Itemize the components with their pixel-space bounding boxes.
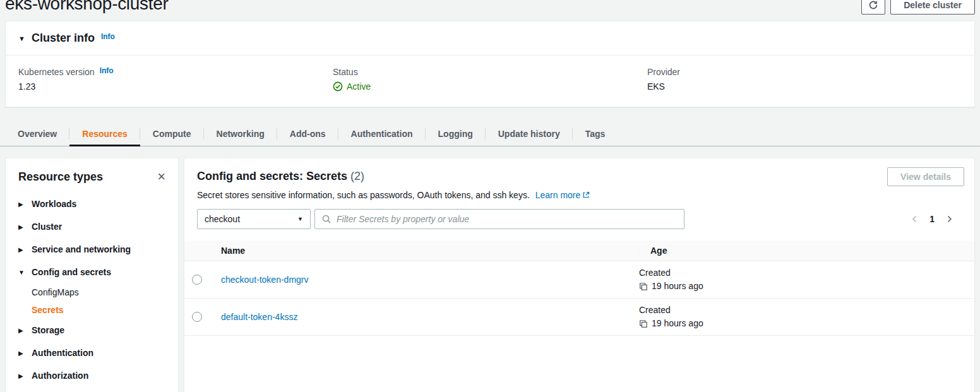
page-title: eks-workshop-cluster: [5, 0, 169, 13]
sidebar-item-secrets[interactable]: Secrets: [6, 301, 178, 319]
chevron-right-icon: ▶: [18, 246, 25, 253]
tab-overview[interactable]: Overview: [5, 121, 69, 146]
tab-resources[interactable]: Resources: [69, 121, 140, 146]
age-created-label: Created: [639, 304, 974, 317]
chevron-right-icon: ▶: [18, 223, 25, 230]
chevron-right-icon: ▶: [18, 372, 25, 379]
age-value: 19 hours ago: [652, 280, 703, 293]
row-radio[interactable]: [192, 275, 202, 285]
chevron-right-icon: [945, 215, 953, 223]
cluster-info-header[interactable]: ▼ Cluster info Info: [6, 21, 974, 55]
learn-more-link[interactable]: Learn more: [535, 190, 590, 200]
resource-types-list: ▶ Workloads ▶ Cluster ▶ Service and netw…: [6, 193, 178, 387]
tab-networking[interactable]: Networking: [204, 121, 277, 146]
sidebar-group-workloads[interactable]: ▶ Workloads: [6, 193, 178, 215]
table-row: checkout-token-dmgrv Created 19 hours ag…: [184, 261, 974, 299]
copy-icon[interactable]: [639, 282, 648, 291]
tab-compute[interactable]: Compute: [140, 121, 204, 146]
view-details-button[interactable]: View details: [887, 167, 964, 186]
panel-description: Secret stores sensitive information, suc…: [197, 190, 530, 200]
sidebar-group-service-and-networking[interactable]: ▶ Service and networking: [6, 238, 178, 261]
chevron-down-icon: ▼: [18, 269, 25, 276]
age-value: 19 hours ago: [652, 317, 703, 330]
tab-update-history[interactable]: Update history: [486, 121, 573, 146]
chevron-right-icon: ▶: [18, 327, 25, 334]
pagination: 1: [911, 214, 962, 224]
provider-field: Provider EKS: [647, 67, 962, 92]
kubernetes-version-field: Kubernetes version Info 1.23: [18, 67, 333, 92]
age-created-label: Created: [639, 266, 974, 280]
secrets-panel: View details Config and secrets: Secrets…: [184, 158, 975, 392]
table-header-row: Name Age: [184, 241, 974, 261]
chevron-down-icon: ▼: [297, 216, 303, 222]
sidebar-group-config-and-secrets[interactable]: ▼ Config and secrets: [6, 261, 178, 283]
kubernetes-version-label: Kubernetes version: [18, 67, 95, 77]
close-icon[interactable]: ×: [157, 170, 165, 184]
check-circle-icon: [333, 81, 343, 92]
resource-types-panel: Resource types × ▶ Workloads ▶ Cluster ▶…: [5, 158, 179, 392]
cluster-info-fields: Kubernetes version Info 1.23 Status Acti…: [6, 56, 974, 107]
pagination-prev-button[interactable]: [911, 215, 919, 223]
sidebar-group-authentication[interactable]: ▶ Authentication: [6, 342, 178, 364]
secrets-table: Name Age checkout-token-dmgrv Created 19…: [184, 241, 974, 336]
panel-title: Config and secrets: Secrets: [197, 170, 347, 182]
status-label: Status: [333, 67, 358, 77]
pagination-page-1[interactable]: 1: [929, 214, 935, 224]
cluster-info-panel: ▼ Cluster info Info Kubernetes version I…: [5, 21, 975, 107]
sidebar-group-cluster[interactable]: ▶ Cluster: [6, 215, 178, 238]
collapse-caret-icon[interactable]: ▼: [18, 35, 25, 42]
secrets-count: (2): [350, 170, 364, 182]
sidebar-group-storage[interactable]: ▶ Storage: [6, 319, 178, 342]
search-icon: [321, 214, 332, 224]
row-radio[interactable]: [192, 312, 202, 322]
search-input[interactable]: [314, 209, 684, 229]
header-actions: Delete cluster: [861, 0, 975, 15]
pagination-next-button[interactable]: [945, 215, 953, 223]
tab-tags[interactable]: Tags: [573, 121, 618, 146]
table-header-name: Name: [210, 246, 639, 256]
resources-content: Resource types × ▶ Workloads ▶ Cluster ▶…: [5, 158, 975, 392]
namespace-filter-dropdown[interactable]: checkout ▼: [197, 209, 311, 229]
tab-add-ons[interactable]: Add-ons: [277, 121, 338, 146]
refresh-button[interactable]: [861, 0, 885, 15]
sidebar-group-authorization[interactable]: ▶ Authorization: [6, 364, 178, 387]
kubernetes-version-value: 1.23: [18, 81, 333, 92]
provider-label: Provider: [647, 67, 680, 77]
refresh-icon: [868, 0, 878, 10]
sidebar-item-configmaps[interactable]: ConfigMaps: [6, 283, 178, 301]
page-header: eks-workshop-cluster Delete cluster: [0, 0, 980, 16]
tab-authentication[interactable]: Authentication: [338, 121, 426, 146]
status-badge: Active: [347, 81, 371, 92]
cluster-info-info-link[interactable]: Info: [101, 32, 115, 41]
secret-name-link[interactable]: default-token-4kssz: [221, 312, 297, 322]
chevron-left-icon: [911, 215, 919, 223]
table-header-age: Age: [639, 246, 974, 256]
cluster-info-title: Cluster info: [32, 32, 95, 45]
delete-cluster-button[interactable]: Delete cluster: [890, 0, 975, 15]
copy-icon[interactable]: [639, 319, 648, 328]
kubernetes-version-info-link[interactable]: Info: [100, 66, 114, 75]
status-field: Status Active: [333, 67, 647, 92]
chevron-right-icon: ▶: [18, 350, 25, 357]
namespace-filter-value: checkout: [205, 214, 240, 224]
provider-value: EKS: [647, 81, 962, 92]
tab-logging[interactable]: Logging: [426, 121, 486, 146]
search-box: [314, 209, 684, 229]
resource-types-title: Resource types: [18, 170, 103, 184]
table-row: default-token-4kssz Created 19 hours ago: [184, 299, 974, 336]
external-link-icon: [582, 191, 590, 199]
cluster-tabs: Overview Resources Compute Networking Ad…: [0, 121, 980, 146]
chevron-right-icon: ▶: [18, 201, 25, 208]
secret-name-link[interactable]: checkout-token-dmgrv: [221, 275, 309, 285]
